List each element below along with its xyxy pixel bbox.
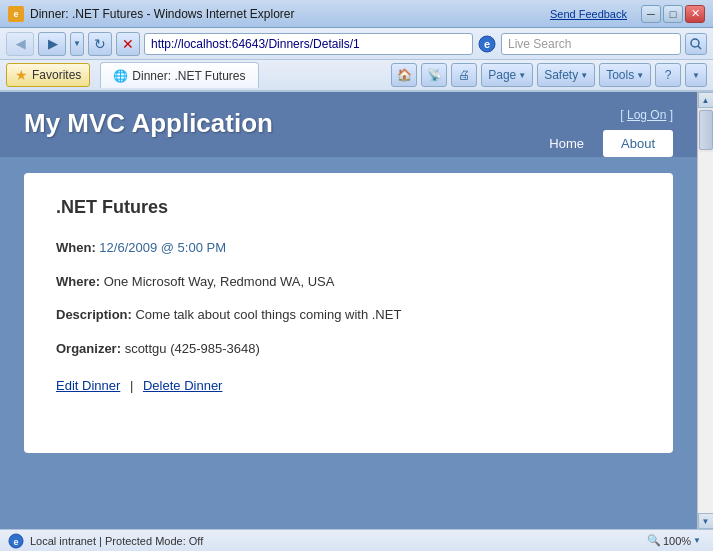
send-feedback-link[interactable]: Send Feedback [550,8,627,20]
forward-button[interactable]: ▶ [38,32,66,56]
zoom-button[interactable]: 🔍 100% ▼ [643,534,705,547]
status-globe-icon: e [8,533,24,549]
extra-menu-button[interactable]: ▼ [685,63,707,87]
browser-toolbar: ★ Favorites 🌐 Dinner: .NET Futures 🏠 📡 🖨… [0,60,713,92]
about-nav-button[interactable]: About [603,130,673,157]
status-text: Local intranet | Protected Mode: Off [30,535,637,547]
where-value: One Microsoft Way, Redmond WA, USA [104,274,335,289]
organizer-row: Organizer: scottgu (425-985-3648) [56,339,641,359]
action-links: Edit Dinner | Delete Dinner [56,378,641,393]
log-on-link[interactable]: [ Log On ] [620,108,673,122]
scroll-down-button[interactable]: ▼ [698,513,714,529]
scroll-thumb[interactable] [699,110,713,150]
log-on-text: Log On [627,108,666,122]
ie-security-icon: e [477,34,497,54]
edit-dinner-link[interactable]: Edit Dinner [56,378,120,393]
when-label: When: [56,240,96,255]
search-placeholder: Live Search [508,37,571,51]
maximize-button[interactable]: □ [663,5,683,23]
svg-line-3 [698,46,701,49]
link-separator: | [130,378,133,393]
title-bar-left: e Dinner: .NET Futures - Windows Interne… [8,6,295,22]
stop-button[interactable]: ✕ [116,32,140,56]
organizer-label: Organizer: [56,341,121,356]
when-row: When: 12/6/2009 @ 5:00 PM [56,238,641,258]
ie-title-icon: e [8,6,24,22]
page-chevron-icon: ▼ [518,71,526,80]
address-bar: ◀ ▶ ▼ ↻ ✕ e Live Search [0,28,713,60]
page-menu-button[interactable]: Page ▼ [481,63,533,87]
where-label: Where: [56,274,100,289]
favorites-label: Favorites [32,68,81,82]
tools-chevron-icon: ▼ [636,71,644,80]
vertical-scrollbar: ▲ ▼ [697,92,713,529]
description-value: Come talk about cool things coming with … [135,307,401,322]
scroll-track[interactable] [698,152,713,513]
where-row: Where: One Microsoft Way, Redmond WA, US… [56,272,641,292]
back-button[interactable]: ◀ [6,32,34,56]
log-on-bracket-open: [ [620,108,627,122]
safety-chevron-icon: ▼ [580,71,588,80]
extra-chevron-icon: ▼ [692,71,700,80]
header-right: [ Log On ] Home About [531,108,673,157]
help-button[interactable]: ? [655,63,681,87]
zoom-chevron-icon: ▼ [693,536,701,545]
log-on-bracket-close: ] [666,108,673,122]
search-box[interactable]: Live Search [501,33,681,55]
page-menu-label: Page [488,68,516,82]
status-right: 🔍 100% ▼ [643,534,705,547]
svg-text:e: e [484,38,490,50]
description-row: Description: Come talk about cool things… [56,305,641,325]
tools-menu-label: Tools [606,68,634,82]
url-input[interactable] [144,33,473,55]
toolbar-right: 🏠 📡 🖨 Page ▼ Safety ▼ Tools ▼ ? ▼ [391,63,707,87]
svg-text:e: e [13,537,18,547]
home-nav-button[interactable]: Home [531,130,602,157]
feeds-button[interactable]: 📡 [421,63,447,87]
safety-menu-label: Safety [544,68,578,82]
app-header: My MVC Application [ Log On ] Home About [0,92,697,157]
nav-buttons: Home About [531,130,673,157]
tools-menu-button[interactable]: Tools ▼ [599,63,651,87]
description-label: Description: [56,307,132,322]
refresh-button[interactable]: ↻ [88,32,112,56]
browser-tab-active[interactable]: 🌐 Dinner: .NET Futures [100,62,258,88]
when-value: 12/6/2009 @ 5:00 PM [99,240,226,255]
title-bar: e Dinner: .NET Futures - Windows Interne… [0,0,713,28]
app-title: My MVC Application [24,108,273,139]
safety-menu-button[interactable]: Safety ▼ [537,63,595,87]
tab-bar: 🌐 Dinner: .NET Futures [100,62,389,88]
close-button[interactable]: ✕ [685,5,705,23]
favorites-button[interactable]: ★ Favorites [6,63,90,87]
status-bar: e Local intranet | Protected Mode: Off 🔍… [0,529,713,551]
browser-content: My MVC Application [ Log On ] Home About… [0,92,697,529]
tab-ie-icon: 🌐 [113,69,128,83]
content-area: .NET Futures When: 12/6/2009 @ 5:00 PM W… [0,157,697,477]
svg-point-2 [691,39,699,47]
minimize-button[interactable]: ─ [641,5,661,23]
home-button[interactable]: 🏠 [391,63,417,87]
window-controls: ─ □ ✕ [641,5,705,23]
organizer-value: scottgu (425-985-3648) [125,341,260,356]
print-button[interactable]: 🖨 [451,63,477,87]
search-icon [690,38,702,50]
star-icon: ★ [15,67,28,83]
dinner-title: .NET Futures [56,197,641,218]
search-button[interactable] [685,33,707,55]
dinner-detail-card: .NET Futures When: 12/6/2009 @ 5:00 PM W… [24,173,673,453]
zoom-icon: 🔍 [647,534,661,547]
history-dropdown[interactable]: ▼ [70,32,84,56]
delete-dinner-link[interactable]: Delete Dinner [143,378,223,393]
window-title: Dinner: .NET Futures - Windows Internet … [30,7,295,21]
scroll-up-button[interactable]: ▲ [698,92,714,108]
zoom-level: 100% [663,535,691,547]
tab-label: Dinner: .NET Futures [132,69,245,83]
